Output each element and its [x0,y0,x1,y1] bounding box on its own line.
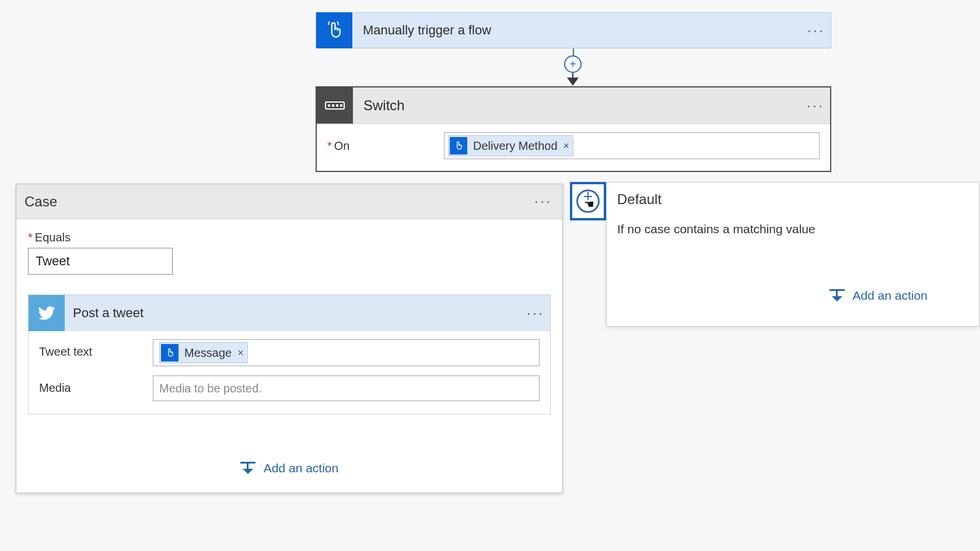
token-message[interactable]: Message × [159,342,248,363]
add-action-label: Add an action [853,289,928,303]
switch-more-icon[interactable]: ··· [801,97,830,115]
tweet-text-input[interactable]: Message × [153,339,540,366]
case-equals-label: *Equals [28,231,551,244]
remove-token-icon[interactable]: × [237,347,244,359]
add-action-label: Add an action [264,461,338,475]
case-title: Case [24,194,528,210]
remove-token-icon[interactable]: × [564,140,570,152]
trigger-title: Manually trigger a flow [352,23,802,38]
add-case-button[interactable]: ☚ [570,182,606,220]
connector-line [573,48,574,55]
trigger-card[interactable]: Manually trigger a flow ··· [316,12,831,48]
add-action-icon [240,462,256,475]
manual-trigger-icon [161,344,178,362]
switch-title: Switch [353,97,801,114]
twitter-icon [29,295,65,331]
manual-trigger-icon [316,12,352,48]
switch-body: *On Delivery Method × [317,124,830,171]
case-more-icon[interactable]: ··· [528,192,558,210]
switch-on-input[interactable]: Delivery Method × [444,132,820,159]
tweet-media-label: Media [39,375,153,395]
cursor-hand-icon: ☚ [584,197,594,211]
default-description: If no case contains a matching value [617,222,968,236]
default-add-action-button[interactable]: Add an action [617,289,968,303]
tweet-media-input[interactable]: Media to be posted. [153,375,540,401]
arrow-down-icon [567,73,579,86]
switch-header[interactable]: Switch ··· [317,87,830,124]
default-title[interactable]: Default [607,183,979,216]
case-equals-input[interactable] [28,248,173,275]
insert-step-button[interactable] [564,55,582,73]
token-delivery-method[interactable]: Delivery Method × [448,135,573,156]
plus-icon: ☚ [576,189,600,213]
manual-trigger-icon [450,137,467,155]
post-tweet-title: Post a tweet [65,306,521,321]
post-tweet-card: Post a tweet ··· Tweet text [28,294,551,415]
case-add-action-button[interactable]: Add an action [28,461,551,475]
switch-card[interactable]: Switch ··· *On Delivery Method × [316,86,831,172]
tweet-media-placeholder: Media to be posted. [159,382,262,395]
trigger-more-icon[interactable]: ··· [802,22,831,40]
case-card: Case ··· *Equals Post a tweet ··· Tweet … [16,184,563,493]
tweet-text-label: Tweet text [39,339,153,359]
post-tweet-header[interactable]: Post a tweet ··· [29,295,550,331]
token-label: Message [184,346,232,360]
token-label: Delivery Method [473,139,558,153]
switch-icon [317,87,353,124]
add-action-icon [830,289,845,302]
case-header[interactable]: Case ··· [16,184,562,219]
post-tweet-more-icon[interactable]: ··· [521,304,550,322]
default-card: Default If no case contains a matching v… [606,182,979,327]
switch-on-label: *On [327,139,444,153]
